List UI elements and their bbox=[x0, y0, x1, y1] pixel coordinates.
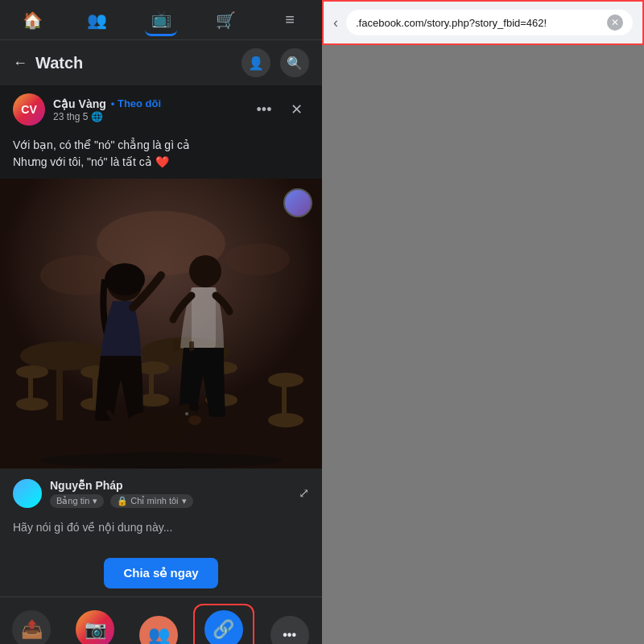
comment-section: Nguyễn Pháp Bảng tin ▾ 🔒 Chỉ mình tôi ▾ … bbox=[0, 469, 322, 550]
url-input-container[interactable]: .facebook.com/story.php?story_fbid=462! … bbox=[346, 10, 633, 35]
svg-rect-27 bbox=[192, 287, 216, 348]
svg-rect-6 bbox=[56, 356, 63, 420]
browser-url-bar: ‹ .facebook.com/story.php?story_fbid=462… bbox=[322, 0, 644, 45]
copy-link-icon: 🔗 bbox=[204, 610, 243, 644]
group-icon: 👥 bbox=[139, 616, 178, 644]
post-meta: Cậu Vàng • Theo dõi 23 thg 5 🌐 bbox=[53, 97, 243, 122]
feed-badge-label: Bảng tin bbox=[56, 496, 89, 506]
share-options-bar: 📤 Chia sẻnhanh 📷 InstagramDirect 👥 Nhóm … bbox=[0, 597, 322, 644]
quick-share-icon: 📤 bbox=[12, 610, 51, 644]
nav-shop[interactable]: 🛒 bbox=[209, 4, 242, 36]
nav-friends[interactable]: 👥 bbox=[80, 4, 113, 36]
svg-rect-36 bbox=[173, 340, 180, 351]
user-icon[interactable]: 👤 bbox=[242, 48, 270, 77]
audience-row: Bảng tin ▾ 🔒 Chỉ mình tôi ▾ bbox=[50, 494, 291, 508]
svg-point-9 bbox=[16, 398, 48, 411]
right-panel: ‹ .facebook.com/story.php?story_fbid=462… bbox=[322, 0, 644, 644]
commenter-info: Nguyễn Pháp Bảng tin ▾ 🔒 Chỉ mình tôi ▾ bbox=[50, 478, 291, 508]
commenter-avatar bbox=[13, 479, 42, 508]
video-background bbox=[0, 179, 322, 469]
svg-rect-37 bbox=[189, 341, 194, 351]
svg-point-35 bbox=[185, 412, 188, 415]
post-text-line2: Nhưng với tôi, "nó" là tất cả ❤️ bbox=[13, 154, 309, 171]
share-option-more[interactable]: ••• Xem thêm bbox=[260, 611, 320, 644]
post-header: CV Cậu Vàng • Theo dõi 23 thg 5 🌐 ••• ✕ bbox=[0, 85, 322, 134]
post-date: 23 thg 5 🌐 bbox=[53, 111, 243, 122]
globe-icon: 🌐 bbox=[91, 111, 103, 122]
svg-point-38 bbox=[40, 452, 282, 469]
expand-icon[interactable]: ⤢ bbox=[299, 485, 309, 501]
left-panel: 🏠 👥 📺 🛒 ≡ ← Watch 👤 🔍 CV Cậu Vàng • Theo… bbox=[0, 0, 322, 644]
post-text: Với bạn, có thể "nó" chẳng là gì cả Nhưn… bbox=[0, 134, 322, 179]
close-icon[interactable]: ✕ bbox=[283, 97, 309, 122]
post-text-line1: Với bạn, có thể "nó" chẳng là gì cả bbox=[13, 137, 309, 154]
share-option-group[interactable]: 👥 Nhóm bbox=[130, 611, 188, 644]
back-arrow-icon[interactable]: ← bbox=[13, 55, 27, 72]
post-header-actions: ••• ✕ bbox=[251, 97, 309, 122]
watch-header: ← Watch 👤 🔍 bbox=[0, 40, 322, 85]
url-text: .facebook.com/story.php?story_fbid=462! bbox=[356, 17, 601, 29]
watch-header-left: ← Watch bbox=[13, 54, 83, 72]
video-container[interactable] bbox=[0, 179, 322, 469]
share-option-copy-link[interactable]: 🔗 Sao chépliên kết bbox=[193, 604, 254, 644]
share-button-row: Chia sẻ ngay bbox=[0, 550, 322, 597]
watch-title: Watch bbox=[35, 54, 83, 72]
share-now-button[interactable]: Chia sẻ ngay bbox=[104, 558, 217, 588]
post-date-text: 23 thg 5 bbox=[53, 111, 88, 122]
comment-placeholder[interactable]: Hãy nói gì đó về nội dung này... bbox=[13, 514, 309, 540]
commenter-row: Nguyễn Pháp Bảng tin ▾ 🔒 Chỉ mình tôi ▾ … bbox=[13, 478, 309, 508]
author-row: Cậu Vàng • Theo dõi bbox=[53, 97, 243, 110]
svg-point-4 bbox=[225, 243, 290, 275]
instagram-icon: 📷 bbox=[76, 610, 114, 644]
post-author-name: Cậu Vàng bbox=[53, 97, 106, 110]
svg-point-34 bbox=[188, 415, 201, 425]
search-icon[interactable]: 🔍 bbox=[280, 48, 309, 77]
more-options-icon[interactable]: ••• bbox=[251, 97, 277, 122]
share-option-quick[interactable]: 📤 Chia sẻnhanh bbox=[2, 605, 60, 644]
more-icon: ••• bbox=[270, 616, 309, 644]
post-author-avatar: CV bbox=[13, 93, 45, 126]
privacy-badge[interactable]: 🔒 Chỉ mình tôi ▾ bbox=[110, 494, 192, 508]
commenter-name: Nguyễn Pháp bbox=[50, 479, 123, 492]
nav-watch[interactable]: 📺 bbox=[145, 4, 177, 36]
top-nav-bar: 🏠 👥 📺 🛒 ≡ bbox=[0, 0, 322, 40]
privacy-badge-chevron: ▾ bbox=[182, 496, 187, 506]
svg-point-23 bbox=[268, 413, 303, 427]
browser-back-button[interactable]: ‹ bbox=[333, 14, 338, 31]
nav-menu[interactable]: ≡ bbox=[274, 4, 306, 36]
browser-content-area bbox=[322, 45, 644, 644]
follow-button[interactable]: • Theo dõi bbox=[111, 97, 161, 109]
feed-badge[interactable]: Bảng tin ▾ bbox=[50, 494, 104, 508]
privacy-badge-label: 🔒 Chỉ mình tôi bbox=[117, 496, 178, 506]
svg-point-26 bbox=[189, 255, 221, 287]
video-scene-svg bbox=[0, 179, 322, 469]
watch-header-right: 👤 🔍 bbox=[242, 48, 309, 77]
feed-badge-chevron: ▾ bbox=[93, 496, 97, 506]
svg-point-25 bbox=[105, 263, 145, 295]
url-clear-button[interactable]: ✕ bbox=[607, 14, 623, 31]
nav-home[interactable]: 🏠 bbox=[16, 4, 48, 36]
share-option-instagram[interactable]: 📷 InstagramDirect bbox=[66, 605, 125, 644]
video-overlay-avatar bbox=[283, 188, 312, 217]
